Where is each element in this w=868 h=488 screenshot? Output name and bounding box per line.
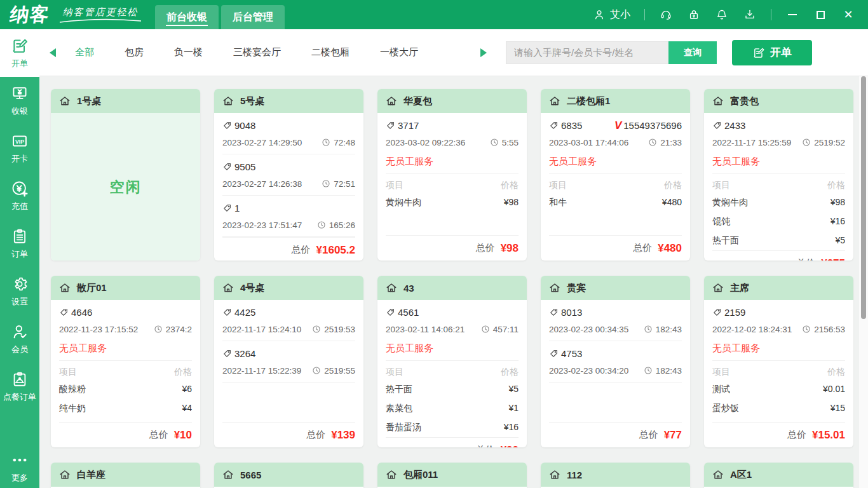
headset-icon[interactable] [659, 8, 673, 22]
category-tab-4[interactable]: 二楼包厢 [311, 46, 349, 58]
sidebar-item-orders[interactable]: 订单 [0, 220, 39, 268]
window-close-button[interactable]: ✕ [841, 8, 855, 22]
sidebar-item-label: 会员 [11, 344, 28, 355]
search-button[interactable]: 查询 [668, 41, 717, 64]
item-price: ¥6 [182, 384, 192, 395]
clock-icon [312, 325, 321, 334]
table-card[interactable]: 1号桌空闲 [51, 89, 200, 261]
table-card[interactable]: 5665 [214, 463, 363, 488]
tables-area: 1号桌空闲5号桌90482023-02-27 14:29:5072:489505… [39, 76, 868, 488]
category-tab-1[interactable]: 包房 [125, 46, 144, 58]
item-row: 黄焖牛肉¥98 [386, 193, 519, 212]
table-card[interactable]: 包厢011 [377, 463, 527, 488]
price-col-label: 价格 [664, 180, 682, 191]
tag-number: 4753 [561, 348, 582, 359]
table-card[interactable]: 白羊座 [51, 463, 200, 488]
category-tab-3[interactable]: 三楼宴会厅 [233, 46, 281, 58]
item-col-label: 项目 [386, 367, 403, 378]
total-label: 总价 [306, 429, 325, 441]
card-footer: 总价¥139 [222, 422, 355, 447]
session-duration-wrap: 182:43 [644, 325, 682, 334]
lock-icon[interactable] [687, 8, 701, 22]
tab-back-admin[interactable]: 后台管理 [221, 5, 285, 29]
clock-icon [644, 325, 653, 334]
total-value: ¥10 [174, 429, 192, 442]
session-duration-wrap: 2519:53 [312, 325, 355, 334]
card-footer: 总价¥77 [549, 422, 682, 447]
table-card[interactable]: 4号桌44252022-11-17 15:24:102519:533264202… [214, 276, 363, 447]
sidebar-item-more[interactable]: 更多 [0, 446, 39, 488]
home-icon [548, 468, 561, 481]
scrollbar-track[interactable] [859, 76, 868, 488]
items-header: 项目价格 [712, 174, 845, 193]
bell-icon[interactable] [715, 8, 729, 22]
table-card[interactable]: 散厅0146462022-11-23 17:15:522374:2无员工服务项目… [51, 276, 200, 447]
category-tab-0[interactable]: 全部 [75, 46, 94, 58]
card-body: 45612023-02-11 14:06:21457:11无员工服务项目价格热干… [377, 300, 527, 447]
tag-icon [222, 162, 232, 172]
table-card[interactable]: 华夏包37172023-03-02 09:22:365:55无员工服务项目价格黄… [377, 89, 527, 261]
item-name: 黄焖牛肉 [386, 197, 421, 208]
tag-number: 4646 [71, 307, 92, 318]
scroll-left-icon[interactable] [48, 48, 57, 58]
session-meta-row: 2023-02-23 00:34:35182:43 [549, 323, 682, 335]
sidebar-item-label: 开单 [11, 58, 28, 69]
session-time: 2023-03-01 17:44:06 [549, 138, 628, 147]
table-card[interactable]: 4345612023-02-11 14:06:21457:11无员工服务项目价格… [377, 276, 527, 447]
member-icon [11, 323, 29, 341]
table-card[interactable]: 富贵包24332022-11-17 15:25:592519:52无员工服务项目… [704, 89, 853, 261]
session-duration: 165:26 [329, 220, 355, 230]
session-tag-row: 8013 [549, 306, 682, 318]
sidebar-item-vip-card[interactable]: VIP开卡 [0, 125, 39, 172]
tab-front-cashier[interactable]: 前台收银 [155, 5, 219, 29]
session-duration-wrap: 72:51 [322, 179, 355, 189]
table-card[interactable]: 112 [541, 463, 690, 488]
session-meta-row: 2022-11-17 15:24:102519:53 [222, 323, 355, 335]
category-tab-2[interactable]: 负一楼 [174, 46, 203, 58]
session-meta-row: 2022-12-02 18:24:312156:53 [712, 323, 845, 335]
category-tab-5[interactable]: 一楼大厅 [380, 46, 418, 58]
session: 21592022-12-02 18:24:312156:53 [712, 300, 845, 341]
sidebar-item-cashier[interactable]: 收银 [0, 77, 39, 125]
home-icon [548, 281, 561, 294]
session-time: 2023-02-27 14:26:38 [222, 179, 302, 189]
no-staff-label: 无员工服务 [712, 341, 845, 360]
item-price: ¥16 [831, 216, 845, 227]
item-name: 素菜包 [386, 403, 412, 414]
session-time: 2022-11-17 15:22:39 [222, 366, 301, 376]
table-card[interactable]: 贵宾80132023-02-23 00:34:35182:4347532023-… [541, 276, 690, 447]
sidebar-item-recharge[interactable]: 充值 [0, 172, 39, 220]
search-input[interactable] [506, 41, 668, 64]
session-tag-row: 3717 [386, 119, 519, 131]
no-staff-label: 无员工服务 [549, 154, 682, 173]
session: 44252022-11-17 15:24:102519:53 [222, 300, 355, 341]
download-icon[interactable] [743, 8, 757, 22]
total-label: 总价 [639, 429, 658, 441]
scroll-right-icon[interactable] [479, 48, 488, 58]
separator [644, 9, 645, 20]
session-time: 2022-11-23 17:15:52 [59, 325, 138, 334]
total-value: ¥375 [821, 257, 845, 261]
home-icon [58, 468, 71, 481]
table-card[interactable]: A区1 [704, 463, 853, 488]
session-duration-wrap: 2519:55 [312, 366, 355, 376]
scrollbar-thumb[interactable] [861, 76, 866, 319]
sidebar-item-open-bill[interactable]: 开单 [0, 29, 39, 77]
item-row: 酸辣粉¥6 [59, 380, 192, 399]
card-header: 白羊座 [51, 463, 200, 487]
table-card[interactable]: 5号桌90482023-02-27 14:29:5072:4895052023-… [214, 89, 363, 261]
table-card[interactable]: 主席21592022-12-02 18:24:312156:53无员工服务项目价… [704, 276, 853, 447]
sidebar-item-members[interactable]: 会员 [0, 315, 39, 363]
sidebar-item-settings[interactable]: 设置 [0, 268, 39, 315]
table-name: 白羊座 [77, 469, 105, 481]
no-staff-label: 无员工服务 [386, 154, 519, 173]
window-minimize-button[interactable] [785, 8, 799, 22]
window-maximize-button[interactable] [813, 8, 827, 22]
app-slogan: 纳客管店更轻松 [58, 6, 142, 24]
card-footer: 总价¥480 [549, 235, 682, 261]
table-name: 包厢011 [403, 469, 438, 481]
table-card[interactable]: 二楼包厢16835V155493756962023-03-01 17:44:06… [541, 89, 690, 261]
open-bill-button[interactable]: 开单 [732, 40, 812, 65]
user-account[interactable]: 艾小 [592, 8, 630, 22]
sidebar-item-food-orders[interactable]: 点餐订单 [0, 363, 39, 410]
